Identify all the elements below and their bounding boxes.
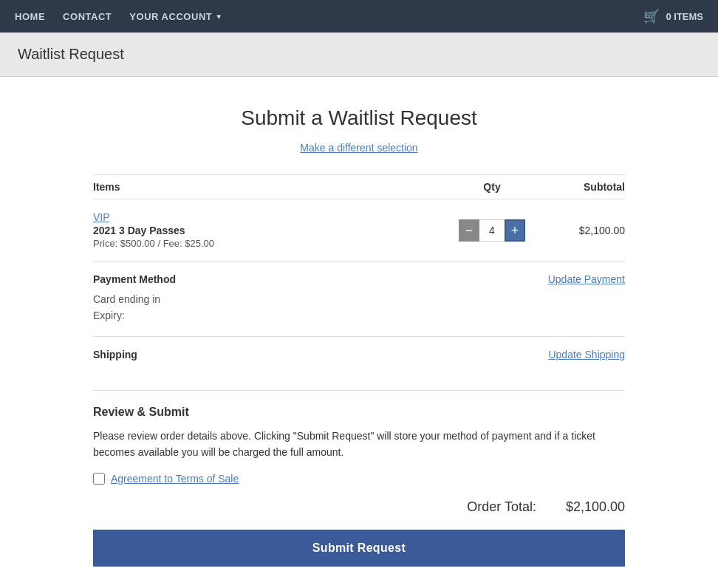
update-shipping-link[interactable]: Update Shipping bbox=[548, 349, 625, 360]
payment-title: Payment Method bbox=[93, 273, 176, 285]
shipping-section-header: Shipping Update Shipping bbox=[93, 349, 625, 360]
nav-your-account[interactable]: YOUR ACCOUNT ▼ bbox=[129, 11, 222, 22]
expiry-line: Expiry: bbox=[93, 307, 625, 324]
items-table-header: Items Qty Subtotal bbox=[93, 174, 625, 199]
col-header-qty: Qty bbox=[448, 181, 536, 193]
payment-section-header: Payment Method Update Payment bbox=[93, 273, 625, 285]
order-total-label: Order Total: bbox=[467, 499, 536, 515]
update-payment-link[interactable]: Update Payment bbox=[548, 273, 625, 285]
payment-body: Card ending in Expiry: bbox=[93, 291, 625, 324]
shipping-placeholder bbox=[93, 366, 625, 378]
qty-value: 4 bbox=[479, 219, 505, 242]
nav-left: HOME CONTACT YOUR ACCOUNT ▼ bbox=[15, 11, 223, 22]
terms-checkbox[interactable] bbox=[93, 473, 105, 485]
terms-link[interactable]: Agreement to Terms of Sale bbox=[111, 473, 239, 485]
review-section: Review & Submit Please review order deta… bbox=[93, 391, 625, 581]
page-title: Waitlist Request bbox=[18, 46, 700, 63]
nav-account-arrow: ▼ bbox=[215, 13, 222, 21]
review-title: Review & Submit bbox=[93, 406, 625, 419]
review-body-text: Please review order details above. Click… bbox=[93, 428, 625, 461]
nav-cart[interactable]: 🛒 0 ITEMS bbox=[643, 8, 703, 24]
main-nav: HOME CONTACT YOUR ACCOUNT ▼ 🛒 0 ITEMS bbox=[0, 0, 718, 33]
item-price: Price: $500.00 / Fee: $25.00 bbox=[93, 238, 448, 249]
cart-count: 0 ITEMS bbox=[666, 11, 703, 22]
item-name: 2021 3 Day Passes bbox=[93, 225, 448, 236]
qty-control: − 4 + bbox=[448, 219, 536, 242]
shipping-section: Shipping Update Shipping bbox=[93, 337, 625, 391]
item-row: VIP 2021 3 Day Passes Price: $500.00 / F… bbox=[93, 199, 625, 261]
shipping-title: Shipping bbox=[93, 349, 137, 360]
terms-row: Agreement to Terms of Sale bbox=[93, 473, 625, 485]
qty-decrease-button[interactable]: − bbox=[459, 219, 479, 242]
make-different-link[interactable]: Make a different selection bbox=[93, 142, 625, 154]
nav-account-label: YOUR ACCOUNT bbox=[129, 11, 212, 22]
order-total-row: Order Total: $2,100.00 bbox=[93, 499, 625, 515]
main-content: Submit a Waitlist Request Make a differe… bbox=[78, 77, 640, 588]
nav-home[interactable]: HOME bbox=[15, 11, 45, 22]
payment-section: Payment Method Update Payment Card endin… bbox=[93, 261, 625, 337]
col-header-subtotal: Subtotal bbox=[536, 181, 625, 193]
cart-icon: 🛒 bbox=[643, 8, 660, 24]
form-title: Submit a Waitlist Request bbox=[93, 106, 625, 130]
submit-request-button[interactable]: Submit Request bbox=[93, 530, 625, 567]
nav-contact[interactable]: CONTACT bbox=[63, 11, 112, 22]
page-header: Waitlist Request bbox=[0, 33, 718, 77]
card-line: Card ending in bbox=[93, 291, 625, 307]
col-header-items: Items bbox=[93, 181, 448, 193]
item-subtotal: $2,100.00 bbox=[536, 225, 625, 236]
item-category[interactable]: VIP bbox=[93, 211, 448, 223]
item-details: VIP 2021 3 Day Passes Price: $500.00 / F… bbox=[93, 211, 448, 249]
order-total-value: $2,100.00 bbox=[566, 499, 625, 515]
qty-increase-button[interactable]: + bbox=[505, 219, 525, 242]
